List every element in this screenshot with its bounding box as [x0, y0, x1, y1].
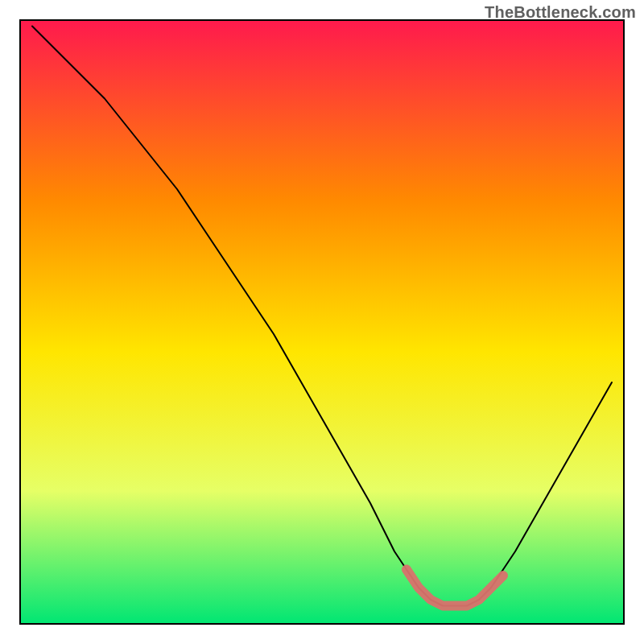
watermark-text: TheBottleneck.com: [485, 3, 636, 22]
plot-background: [20, 20, 624, 624]
chart-svg: [0, 0, 644, 644]
bottleneck-chart: TheBottleneck.com: [0, 0, 644, 644]
